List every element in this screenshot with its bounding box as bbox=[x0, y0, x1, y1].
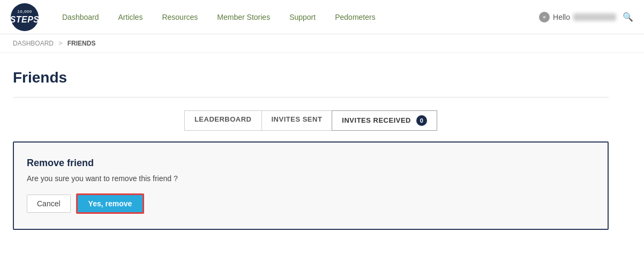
nav-link-member-stories[interactable]: Member Stories bbox=[209, 9, 278, 26]
nav-link-pedometers[interactable]: Pedometers bbox=[327, 9, 383, 26]
nav-link-resources[interactable]: Resources bbox=[154, 9, 205, 26]
username-display bbox=[573, 13, 616, 21]
remove-friend-message: Are you sure you want to remove this fri… bbox=[27, 174, 595, 183]
nav-links: Dashboard Articles Resources Member Stor… bbox=[55, 9, 539, 26]
logo-circle: 10,000 STEPS bbox=[11, 3, 39, 31]
tab-leaderboard[interactable]: LEADERBOARD bbox=[184, 110, 261, 131]
navbar: 10,000 STEPS Dashboard Articles Resource… bbox=[0, 0, 644, 34]
nav-link-dashboard[interactable]: Dashboard bbox=[55, 9, 107, 26]
search-icon[interactable]: 🔍 bbox=[623, 12, 633, 22]
logo-top-text: 10,000 bbox=[17, 9, 32, 14]
breadcrumb-parent[interactable]: DASHBOARD bbox=[13, 40, 54, 47]
nav-link-support[interactable]: Support bbox=[282, 9, 323, 26]
nav-link-articles[interactable]: Articles bbox=[111, 9, 151, 26]
hello-label: Hello bbox=[553, 13, 570, 21]
invites-received-badge: 0 bbox=[416, 115, 427, 126]
page-content: Friends LEADERBOARD INVITES SENT INVITES… bbox=[0, 53, 621, 241]
nav-right: ⚬ Hello 🔍 bbox=[539, 12, 633, 23]
breadcrumb-current: FRIENDS bbox=[68, 40, 96, 47]
cancel-button[interactable]: Cancel bbox=[27, 195, 71, 213]
breadcrumb-separator: > bbox=[58, 40, 62, 47]
dialog-actions: Cancel Yes, remove bbox=[27, 193, 595, 214]
content-area: Remove friend Are you sure you want to r… bbox=[13, 141, 609, 230]
remove-friend-title: Remove friend bbox=[27, 158, 595, 169]
tab-invites-received-label: INVITES RECEIVED bbox=[342, 116, 411, 124]
logo[interactable]: 10,000 STEPS bbox=[11, 3, 39, 31]
page-title: Friends bbox=[13, 69, 609, 86]
tabs-container: LEADERBOARD INVITES SENT INVITES RECEIVE… bbox=[13, 110, 609, 131]
confirm-remove-button[interactable]: Yes, remove bbox=[76, 193, 145, 214]
logo-steps-text: STEPS bbox=[10, 14, 40, 25]
title-divider bbox=[13, 97, 609, 98]
user-avatar-icon: ⚬ bbox=[539, 12, 550, 23]
tab-invites-received[interactable]: INVITES RECEIVED 0 bbox=[332, 110, 437, 131]
nav-user: ⚬ Hello bbox=[539, 12, 616, 23]
tab-invites-sent[interactable]: INVITES SENT bbox=[261, 110, 332, 131]
breadcrumb: DASHBOARD > FRIENDS bbox=[0, 34, 644, 53]
